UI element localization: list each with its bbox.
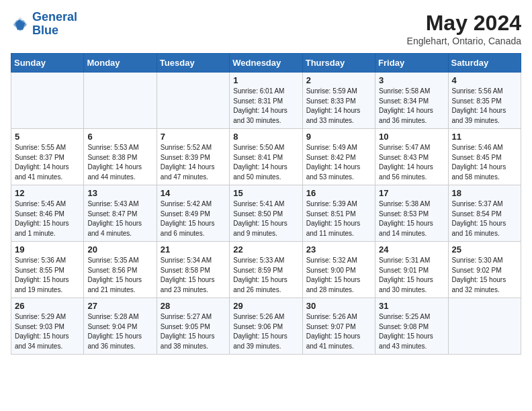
day-number: 7 — [161, 132, 226, 142]
day-number: 22 — [233, 244, 298, 255]
day-info: Sunrise: 5:52 AM Sunset: 8:39 PM Dayligh… — [161, 143, 226, 182]
day-info: Sunrise: 5:39 AM Sunset: 8:51 PM Dayligh… — [306, 199, 371, 238]
day-info: Sunrise: 5:47 AM Sunset: 8:43 PM Dayligh… — [379, 143, 444, 182]
day-number: 10 — [379, 132, 444, 142]
day-number: 13 — [87, 188, 152, 198]
day-info: Sunrise: 5:56 AM Sunset: 8:35 PM Dayligh… — [452, 87, 517, 126]
calendar-day-cell: 14Sunrise: 5:42 AM Sunset: 8:49 PM Dayli… — [157, 185, 229, 242]
day-of-week-header: Tuesday — [157, 54, 229, 73]
calendar-day-cell: 9Sunrise: 5:49 AM Sunset: 8:42 PM Daylig… — [302, 129, 375, 185]
calendar-week-row: 12Sunrise: 5:45 AM Sunset: 8:46 PM Dayli… — [11, 185, 521, 242]
day-number: 15 — [233, 188, 298, 198]
day-number: 21 — [161, 244, 226, 255]
calendar-day-cell: 28Sunrise: 5:27 AM Sunset: 9:05 PM Dayli… — [157, 298, 229, 355]
calendar-day-cell: 24Sunrise: 5:31 AM Sunset: 9:01 PM Dayli… — [375, 242, 448, 298]
day-of-week-header: Wednesday — [230, 54, 302, 73]
logo-line1: General — [32, 10, 77, 24]
calendar-day-cell: 10Sunrise: 5:47 AM Sunset: 8:43 PM Dayli… — [375, 129, 448, 185]
day-number: 11 — [452, 132, 517, 142]
logo-line2: Blue — [32, 24, 58, 37]
day-info: Sunrise: 5:53 AM Sunset: 8:38 PM Dayligh… — [87, 143, 152, 182]
calendar-day-cell: 22Sunrise: 5:33 AM Sunset: 8:59 PM Dayli… — [230, 242, 302, 298]
calendar-week-row: 19Sunrise: 5:36 AM Sunset: 8:55 PM Dayli… — [11, 242, 521, 298]
day-number: 12 — [15, 188, 80, 198]
calendar-day-cell: 8Sunrise: 5:50 AM Sunset: 8:41 PM Daylig… — [230, 129, 302, 185]
days-of-week-row: SundayMondayTuesdayWednesdayThursdayFrid… — [11, 54, 521, 73]
calendar-day-cell: 13Sunrise: 5:43 AM Sunset: 8:47 PM Dayli… — [84, 185, 157, 242]
day-number: 9 — [306, 132, 371, 142]
calendar-week-row: 5Sunrise: 5:55 AM Sunset: 8:37 PM Daylig… — [11, 129, 521, 185]
calendar-day-cell: 30Sunrise: 5:26 AM Sunset: 9:07 PM Dayli… — [302, 298, 375, 355]
calendar-day-cell — [11, 73, 84, 129]
day-number: 6 — [87, 132, 152, 142]
day-of-week-header: Thursday — [302, 54, 375, 73]
day-info: Sunrise: 5:32 AM Sunset: 9:00 PM Dayligh… — [306, 256, 371, 295]
day-info: Sunrise: 5:58 AM Sunset: 8:34 PM Dayligh… — [379, 87, 444, 126]
calendar-week-row: 26Sunrise: 5:29 AM Sunset: 9:03 PM Dayli… — [11, 298, 521, 355]
day-number: 28 — [161, 301, 226, 311]
calendar-day-cell: 3Sunrise: 5:58 AM Sunset: 8:34 PM Daylig… — [375, 73, 448, 129]
calendar-day-cell: 12Sunrise: 5:45 AM Sunset: 8:46 PM Dayli… — [11, 185, 84, 242]
calendar-day-cell: 25Sunrise: 5:30 AM Sunset: 9:02 PM Dayli… — [448, 242, 521, 298]
day-number: 26 — [15, 301, 80, 311]
calendar-table: SundayMondayTuesdayWednesdayThursdayFrid… — [11, 53, 521, 355]
day-info: Sunrise: 5:35 AM Sunset: 8:56 PM Dayligh… — [87, 256, 152, 295]
day-info: Sunrise: 5:46 AM Sunset: 8:45 PM Dayligh… — [452, 143, 517, 182]
day-info: Sunrise: 5:45 AM Sunset: 8:46 PM Dayligh… — [15, 199, 80, 238]
day-info: Sunrise: 5:33 AM Sunset: 8:59 PM Dayligh… — [233, 256, 298, 295]
day-number: 30 — [306, 301, 371, 311]
calendar-week-row: 1Sunrise: 6:01 AM Sunset: 8:31 PM Daylig… — [11, 73, 521, 129]
calendar-day-cell: 15Sunrise: 5:41 AM Sunset: 8:50 PM Dayli… — [230, 185, 302, 242]
day-number: 1 — [233, 75, 298, 85]
day-info: Sunrise: 5:29 AM Sunset: 9:03 PM Dayligh… — [15, 312, 80, 351]
calendar-day-cell: 29Sunrise: 5:26 AM Sunset: 9:06 PM Dayli… — [230, 298, 302, 355]
calendar-day-cell — [448, 298, 521, 355]
day-info: Sunrise: 5:25 AM Sunset: 9:08 PM Dayligh… — [379, 312, 444, 351]
day-of-week-header: Sunday — [11, 54, 84, 73]
day-number: 31 — [379, 301, 444, 311]
logo: General Blue — [11, 11, 77, 38]
calendar-day-cell: 20Sunrise: 5:35 AM Sunset: 8:56 PM Dayli… — [84, 242, 157, 298]
day-info: Sunrise: 5:26 AM Sunset: 9:06 PM Dayligh… — [233, 312, 298, 351]
day-info: Sunrise: 5:50 AM Sunset: 8:41 PM Dayligh… — [233, 143, 298, 182]
day-info: Sunrise: 5:26 AM Sunset: 9:07 PM Dayligh… — [306, 312, 371, 351]
calendar-day-cell: 18Sunrise: 5:37 AM Sunset: 8:54 PM Dayli… — [448, 185, 521, 242]
day-info: Sunrise: 5:30 AM Sunset: 9:02 PM Dayligh… — [452, 256, 517, 295]
calendar-day-cell: 17Sunrise: 5:38 AM Sunset: 8:53 PM Dayli… — [375, 185, 448, 242]
location-label: Englehart, Ontario, Canada — [407, 36, 521, 46]
day-number: 17 — [379, 188, 444, 198]
calendar-day-cell: 23Sunrise: 5:32 AM Sunset: 9:00 PM Dayli… — [302, 242, 375, 298]
day-number: 24 — [379, 244, 444, 255]
day-info: Sunrise: 5:28 AM Sunset: 9:04 PM Dayligh… — [87, 312, 152, 351]
day-number: 16 — [306, 188, 371, 198]
day-of-week-header: Saturday — [448, 54, 521, 73]
day-of-week-header: Friday — [375, 54, 448, 73]
day-info: Sunrise: 5:37 AM Sunset: 8:54 PM Dayligh… — [452, 199, 517, 238]
calendar-day-cell: 7Sunrise: 5:52 AM Sunset: 8:39 PM Daylig… — [157, 129, 229, 185]
day-number: 5 — [15, 132, 80, 142]
calendar-day-cell — [157, 73, 229, 129]
day-number: 3 — [379, 75, 444, 85]
day-number: 29 — [233, 301, 298, 311]
title-block: May 2024 Englehart, Ontario, Canada — [407, 11, 521, 46]
day-number: 20 — [87, 244, 152, 255]
calendar-day-cell: 16Sunrise: 5:39 AM Sunset: 8:51 PM Dayli… — [302, 185, 375, 242]
calendar-day-cell: 26Sunrise: 5:29 AM Sunset: 9:03 PM Dayli… — [11, 298, 84, 355]
day-number: 8 — [233, 132, 298, 142]
day-info: Sunrise: 5:38 AM Sunset: 8:53 PM Dayligh… — [379, 199, 444, 238]
calendar-day-cell: 31Sunrise: 5:25 AM Sunset: 9:08 PM Dayli… — [375, 298, 448, 355]
day-of-week-header: Monday — [84, 54, 157, 73]
calendar-day-cell — [84, 73, 157, 129]
day-info: Sunrise: 6:01 AM Sunset: 8:31 PM Dayligh… — [233, 87, 298, 126]
day-info: Sunrise: 5:42 AM Sunset: 8:49 PM Dayligh… — [161, 199, 226, 238]
day-number: 14 — [161, 188, 226, 198]
day-number: 23 — [306, 244, 371, 255]
day-number: 18 — [452, 188, 517, 198]
month-year-title: May 2024 — [407, 11, 521, 36]
logo-text: General Blue — [32, 11, 77, 38]
calendar-day-cell: 2Sunrise: 5:59 AM Sunset: 8:33 PM Daylig… — [302, 73, 375, 129]
calendar-day-cell: 6Sunrise: 5:53 AM Sunset: 8:38 PM Daylig… — [84, 129, 157, 185]
day-number: 2 — [306, 75, 371, 85]
day-info: Sunrise: 5:36 AM Sunset: 8:55 PM Dayligh… — [15, 256, 80, 295]
calendar-day-cell: 11Sunrise: 5:46 AM Sunset: 8:45 PM Dayli… — [448, 129, 521, 185]
